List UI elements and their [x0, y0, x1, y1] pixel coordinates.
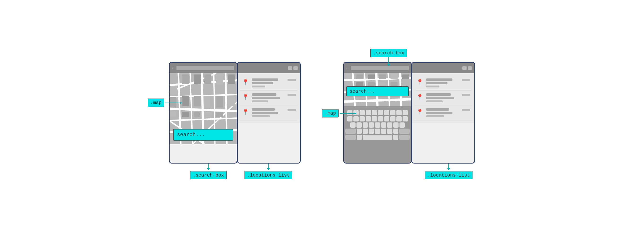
svg-rect-32 [228, 74, 235, 84]
phones-row-1: ← [169, 62, 301, 164]
arrow-line-locs-2 [448, 164, 449, 168]
text-line [426, 86, 440, 88]
key[interactable] [375, 128, 380, 134]
list-item: 📍 [414, 76, 472, 90]
text-line [252, 78, 278, 81]
text-line [426, 78, 452, 81]
key[interactable] [372, 110, 377, 115]
pin-icon: 📍 [416, 79, 423, 86]
map-arrow-1 [164, 100, 183, 105]
back-arrow-2: ← [346, 66, 349, 70]
key[interactable] [356, 122, 362, 128]
side-badge [462, 79, 470, 81]
text-line [426, 82, 448, 84]
text-line [426, 112, 452, 114]
location-text [426, 93, 459, 102]
key[interactable] [384, 116, 389, 122]
arrow-line [388, 57, 389, 64]
arrow-line-locations [268, 164, 268, 168]
key[interactable] [357, 135, 362, 140]
svg-rect-52 [390, 74, 398, 79]
location-text [426, 108, 459, 117]
map-label-1: .map [148, 98, 183, 107]
pin-icon: 📍 [416, 109, 423, 116]
key[interactable] [396, 110, 402, 115]
location-text [426, 78, 459, 88]
icon-sq-4 [468, 66, 472, 70]
svg-rect-58 [402, 74, 410, 79]
search-box-active-2[interactable]: search... [346, 86, 409, 96]
text-line [426, 115, 444, 117]
main-container: .map ← [160, 48, 484, 194]
list-item: 📍 [414, 106, 472, 120]
key[interactable] [366, 110, 371, 115]
svg-rect-31 [228, 97, 235, 106]
arrow-tip [207, 168, 210, 170]
key[interactable] [350, 122, 356, 128]
key[interactable] [402, 116, 408, 122]
text-line [252, 108, 275, 110]
svg-rect-19 [204, 74, 212, 84]
key[interactable] [360, 116, 365, 122]
key[interactable] [384, 110, 389, 115]
phone-header-1: ← [170, 63, 237, 73]
svg-rect-22 [194, 96, 201, 106]
map-label-box-2: .map [322, 109, 338, 118]
key[interactable] [363, 128, 368, 134]
svg-rect-24 [170, 86, 177, 94]
right-phone-2: 📍 📍 [411, 62, 475, 164]
side-badge [462, 109, 470, 111]
right-header-1 [238, 63, 300, 73]
key[interactable] [393, 128, 398, 134]
side-badge [288, 109, 296, 111]
backspace-key[interactable] [399, 128, 410, 134]
svg-rect-51 [379, 74, 386, 79]
left-phone-1: ← [169, 62, 238, 164]
key[interactable] [393, 122, 398, 128]
key[interactable] [387, 128, 392, 134]
key[interactable] [378, 116, 383, 122]
shift-key[interactable] [346, 128, 356, 134]
key[interactable] [369, 122, 374, 128]
header-bar-1 [176, 66, 234, 70]
key[interactable] [400, 122, 405, 128]
side-badge [288, 94, 296, 96]
key[interactable] [393, 135, 398, 140]
text-line [252, 97, 280, 99]
search-box-1[interactable]: search... [173, 129, 233, 140]
list-item: 📍 [240, 106, 298, 120]
key[interactable] [390, 110, 396, 115]
svg-rect-25 [216, 96, 223, 108]
key[interactable] [381, 122, 386, 128]
svg-rect-50 [368, 74, 375, 79]
icon-sq-3 [462, 66, 466, 70]
location-text-1 [252, 78, 285, 88]
key[interactable] [402, 110, 408, 115]
search-box-label-2: .search-box [370, 49, 407, 57]
svg-rect-27 [194, 112, 200, 117]
arrow-tip [267, 168, 270, 170]
key[interactable] [387, 122, 392, 128]
bottom-labels-1: .search-box .locations-list [169, 164, 301, 185]
space-key[interactable] [363, 135, 392, 140]
key[interactable] [375, 122, 380, 128]
location-text-2 [252, 93, 285, 102]
key[interactable] [360, 110, 365, 115]
key[interactable] [369, 128, 374, 134]
text-line [426, 108, 449, 110]
key[interactable] [396, 116, 402, 122]
key[interactable] [390, 116, 396, 122]
back-arrow-1: ← [172, 66, 174, 70]
key[interactable] [366, 116, 371, 122]
key[interactable] [372, 116, 377, 122]
key[interactable] [378, 110, 383, 115]
key[interactable] [363, 122, 368, 128]
map-label-2: .map [322, 109, 358, 118]
return-key[interactable] [399, 135, 410, 140]
svg-rect-57 [344, 74, 350, 79]
svg-rect-29 [216, 112, 223, 117]
key[interactable] [357, 128, 362, 134]
numbers-key[interactable] [346, 135, 356, 140]
key[interactable] [381, 128, 386, 134]
text-line [252, 100, 268, 102]
